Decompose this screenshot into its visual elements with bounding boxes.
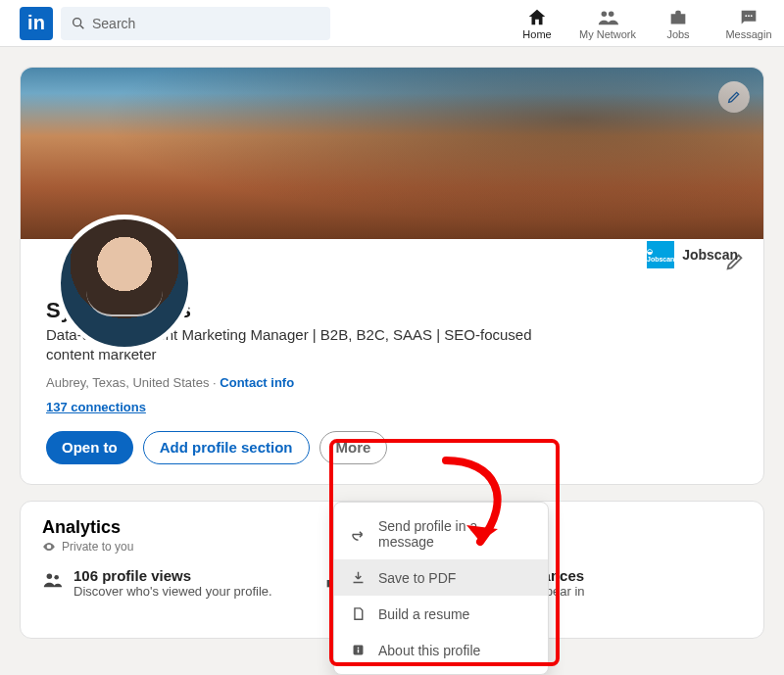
document-icon — [350, 605, 367, 622]
company-logo: ◒ Jobscan — [647, 241, 674, 268]
search-input[interactable]: Search — [61, 7, 330, 40]
menu-send-profile[interactable]: Send profile in a message — [334, 508, 548, 559]
svg-point-5 — [748, 15, 750, 17]
linkedin-logo[interactable]: in — [20, 7, 53, 40]
nav-home[interactable]: Home — [502, 7, 572, 40]
svg-point-2 — [602, 11, 608, 16]
svg-point-3 — [609, 11, 614, 16]
svg-point-11 — [47, 573, 53, 579]
download-icon — [350, 569, 367, 586]
people-icon — [597, 7, 618, 28]
svg-point-0 — [74, 18, 81, 25]
search-icon — [71, 16, 86, 31]
home-icon — [526, 7, 548, 28]
svg-rect-13 — [327, 580, 331, 587]
nav-home-label: Home — [522, 28, 551, 40]
profile-card: ◒ Jobscan Jobscan Sydney Myers Data-driv… — [20, 67, 764, 485]
svg-point-12 — [54, 574, 59, 579]
message-icon — [738, 7, 760, 28]
pencil-icon — [726, 89, 742, 105]
profile-banner — [21, 68, 763, 239]
open-to-button[interactable]: Open to — [46, 431, 133, 464]
svg-rect-9 — [358, 650, 359, 653]
connections-link[interactable]: 137 connections — [46, 400, 146, 414]
top-nav: Home My Network Jobs Messagin — [502, 7, 784, 40]
nav-network[interactable]: My Network — [572, 7, 643, 40]
nav-jobs[interactable]: Jobs — [643, 7, 713, 40]
more-menu: Send profile in a message Save to PDF Bu… — [333, 502, 549, 675]
briefcase-icon — [667, 7, 689, 28]
profile-location-row: Aubrey, Texas, United States · Contact i… — [46, 375, 738, 390]
nav-network-label: My Network — [579, 28, 636, 40]
nav-messaging[interactable]: Messagin — [713, 7, 784, 40]
analytics-private-label: Private to you — [62, 540, 133, 554]
edit-banner-button[interactable] — [718, 81, 750, 113]
current-company[interactable]: ◒ Jobscan Jobscan — [647, 241, 738, 268]
avatar[interactable] — [56, 215, 193, 352]
profile-actions: Open to Add profile section More — [46, 431, 738, 464]
menu-save-pdf[interactable]: Save to PDF — [334, 559, 548, 596]
stat-profile-views[interactable]: 106 profile views Discover who's viewed … — [42, 567, 277, 617]
stat-profile-views-sub: Discover who's viewed your profile. — [74, 584, 272, 601]
menu-about-profile-label: About this profile — [378, 643, 480, 658]
share-icon — [350, 526, 367, 543]
search-placeholder: Search — [92, 16, 135, 31]
menu-save-pdf-label: Save to PDF — [378, 570, 456, 586]
topbar: in Search Home My Network Jobs Messagin — [0, 0, 784, 47]
menu-about-profile[interactable]: About this profile — [334, 632, 548, 668]
svg-point-4 — [745, 15, 747, 17]
nav-messaging-label: Messagin — [725, 28, 771, 40]
svg-point-6 — [751, 15, 753, 17]
add-profile-section-button[interactable]: Add profile section — [143, 431, 310, 464]
contact-info-link[interactable]: Contact info — [220, 375, 294, 390]
more-button[interactable]: More — [319, 431, 388, 464]
svg-rect-8 — [358, 648, 359, 649]
menu-send-profile-label: Send profile in a message — [378, 518, 532, 550]
nav-jobs-label: Jobs — [666, 28, 689, 40]
company-name: Jobscan — [682, 247, 738, 263]
profile-location: Aubrey, Texas, United States — [46, 375, 209, 390]
menu-build-resume[interactable]: Build a resume — [334, 596, 548, 632]
eye-icon — [42, 540, 56, 554]
people-icon — [42, 569, 64, 591]
info-icon — [350, 642, 367, 658]
stat-profile-views-title: 106 profile views — [74, 567, 272, 584]
menu-build-resume-label: Build a resume — [378, 606, 469, 622]
svg-line-1 — [80, 25, 83, 28]
